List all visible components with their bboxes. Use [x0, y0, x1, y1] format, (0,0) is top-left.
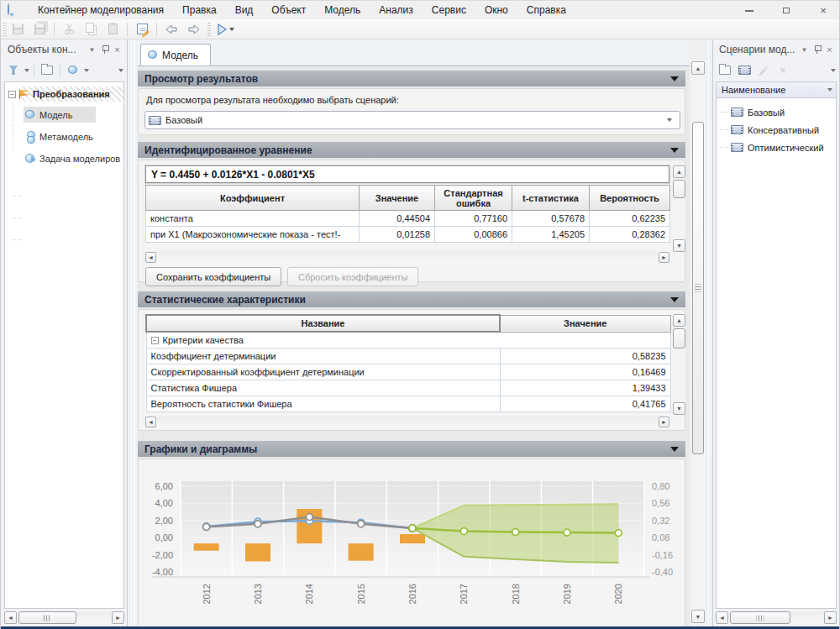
col-tstat[interactable]: t-статистика — [512, 186, 590, 211]
collapse-triangle-icon[interactable] — [670, 148, 679, 153]
panel-overflow-caret[interactable] — [118, 69, 123, 72]
table-row[interactable]: Вероятность статистики Фишера 0,41765 — [146, 396, 670, 412]
back-button[interactable] — [161, 21, 181, 38]
reset-coefficients-button[interactable]: Сбросить коэффициенты — [287, 267, 418, 286]
save-all-button[interactable] — [29, 21, 50, 38]
statistics-vscrollbar[interactable]: ▲ ▼ — [673, 314, 685, 415]
table-row[interactable]: Коэффициент детерминации 0,58235 — [146, 349, 670, 364]
left-splitter[interactable] — [129, 39, 138, 626]
pin-icon[interactable] — [811, 45, 823, 55]
panel-overflow-caret[interactable] — [831, 69, 836, 72]
scenarios-column-header[interactable]: Наименование — [717, 82, 836, 98]
menu-item-container[interactable]: Контейнер моделирования — [29, 2, 173, 18]
scroll-down-button[interactable]: ▼ — [673, 239, 685, 252]
scroll-down-button[interactable]: ▼ — [673, 402, 685, 415]
tree-item-modeling-task[interactable]: Задача моделиров — [5, 149, 123, 167]
column-filter-caret[interactable] — [827, 88, 832, 92]
section-header-charts[interactable]: Графики и диаграммы — [138, 441, 685, 457]
toolbar-grip[interactable] — [3, 23, 7, 36]
objects-panel-hscrollbar[interactable]: ◄ ► — [4, 611, 124, 625]
tab-model[interactable]: Модель — [140, 44, 211, 66]
equation-box[interactable]: Y = 0.4450 + 0.0126*X1 - 0.0801*X5 — [145, 165, 669, 183]
scenario-folder-button[interactable] — [717, 62, 733, 78]
table-row[interactable]: Статистика Фишера 1,39433 — [146, 380, 670, 396]
add-scenario-button[interactable] — [736, 62, 753, 78]
panel-close-icon[interactable]: × — [823, 45, 836, 55]
edit-scenario-button[interactable] — [755, 62, 772, 78]
menu-item-view[interactable]: Вид — [226, 2, 263, 18]
minimize-button[interactable] — [740, 3, 759, 17]
scroll-right-button[interactable]: ► — [659, 252, 669, 263]
pin-icon[interactable] — [98, 45, 111, 55]
menu-item-service[interactable]: Сервис — [423, 2, 475, 18]
scroll-down-button[interactable]: ▼ — [691, 610, 705, 623]
coefficients-vscrollbar[interactable]: ▲ ▼ — [673, 165, 685, 252]
section-header-equation[interactable]: Идентифицированное уравнение — [138, 142, 685, 158]
scroll-left-button[interactable]: ◄ — [716, 611, 728, 624]
scroll-up-button[interactable]: ▲ — [673, 314, 685, 327]
run-dropdown-caret[interactable] — [229, 28, 234, 31]
statistics-header-row[interactable]: Название Значение — [146, 315, 670, 332]
menu-item-edit[interactable]: Правка — [173, 2, 226, 18]
object-type-button[interactable] — [65, 62, 81, 78]
statistics-hscrollbar[interactable]: ◄ ► — [145, 416, 669, 428]
col-stderr[interactable]: Стандартная ошибка — [435, 186, 512, 211]
table-row[interactable]: константа 0,44504 0,77160 0,57678 0,6223… — [146, 211, 670, 227]
tree-item-model[interactable]: Модель — [5, 106, 123, 123]
right-splitter[interactable] — [706, 39, 712, 626]
menu-item-object[interactable]: Объект — [262, 2, 315, 18]
col-value[interactable]: Значение — [360, 186, 435, 211]
save-coefficients-button[interactable]: Сохранить коэффициенты — [145, 267, 281, 286]
scroll-left-button[interactable]: ◄ — [4, 611, 17, 624]
filter-button[interactable] — [5, 62, 22, 78]
scroll-left-button[interactable]: ◄ — [145, 417, 156, 427]
tree-root-transformations[interactable]: − Преобразования — [5, 86, 123, 102]
table-row[interactable]: Скорректированный коэффициент детерминац… — [146, 364, 670, 380]
coefficients-hscrollbar[interactable]: ◄ ► — [145, 251, 669, 264]
section-header-results[interactable]: Просмотр результатов — [138, 71, 685, 86]
edit-object-button[interactable] — [132, 21, 152, 38]
col-coefficient[interactable]: Коэффициент — [146, 186, 360, 211]
scroll-thumb[interactable] — [18, 611, 76, 624]
forward-button[interactable] — [183, 21, 203, 38]
coefficients-header-row[interactable]: Коэффициент Значение Стандартная ошибка … — [146, 186, 670, 211]
scenario-item-conservative[interactable]: Консервативный — [717, 121, 836, 139]
collapse-triangle-icon[interactable] — [670, 297, 679, 302]
section-header-statistics[interactable]: Статистические характеристики — [138, 291, 685, 307]
panel-menu-caret-icon[interactable]: ▾ — [86, 45, 98, 54]
scroll-thumb[interactable] — [730, 611, 790, 624]
col-name[interactable]: Название — [146, 315, 500, 332]
scroll-right-button[interactable]: ► — [112, 611, 124, 624]
save-button[interactable] — [8, 21, 28, 38]
group-collapse-icon[interactable]: − — [151, 337, 159, 344]
menu-item-window[interactable]: Окно — [475, 2, 517, 18]
collapse-triangle-icon[interactable] — [670, 447, 679, 452]
copy-button[interactable] — [81, 21, 101, 38]
scroll-thumb[interactable] — [673, 328, 685, 349]
scroll-up-button[interactable]: ▲ — [691, 61, 705, 75]
menu-item-analysis[interactable]: Анализ — [370, 2, 423, 18]
filter-dropdown-caret[interactable] — [24, 69, 29, 72]
delete-scenario-button[interactable]: × — [774, 62, 791, 78]
scenarios-panel-hscrollbar[interactable]: ◄ ► — [716, 611, 837, 625]
object-type-caret[interactable] — [84, 69, 89, 72]
main-vscrollbar[interactable]: ▲ ▼ — [691, 60, 705, 625]
scroll-thumb[interactable] — [692, 122, 704, 454]
panel-close-icon[interactable]: × — [111, 45, 123, 55]
col-value[interactable]: Значение — [500, 315, 670, 332]
table-row[interactable]: при X1 (Макроэкономические показа - тест… — [146, 227, 670, 243]
cut-button[interactable] — [59, 21, 79, 38]
paste-button[interactable] — [102, 21, 123, 38]
col-probability[interactable]: Вероятность — [590, 186, 670, 211]
combo-dropdown-caret[interactable] — [667, 118, 672, 122]
scenario-combobox[interactable]: Базовый — [144, 111, 680, 129]
scroll-up-button[interactable]: ▲ — [673, 165, 685, 178]
menu-item-help[interactable]: Справка — [517, 2, 575, 18]
tree-item-metamodel[interactable]: Метамодель — [5, 128, 123, 145]
collapse-triangle-icon[interactable] — [670, 76, 679, 81]
folder-button[interactable] — [39, 62, 55, 78]
panel-menu-caret-icon[interactable]: ▾ — [798, 45, 811, 54]
menu-item-model[interactable]: Модель — [315, 2, 370, 18]
close-button[interactable]: × — [814, 3, 832, 17]
scroll-left-button[interactable]: ◄ — [145, 252, 156, 263]
